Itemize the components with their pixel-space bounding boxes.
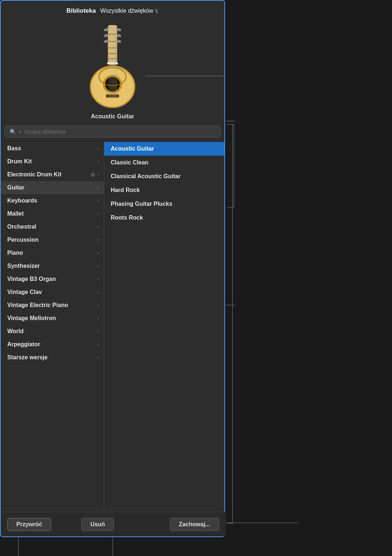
sidebar-item-label-vintage-mellotron: Vintage Mellotron [7, 315, 56, 322]
chevron-right-icon: › [97, 263, 99, 269]
sidebar-item-percussion[interactable]: Percussion› [1, 233, 104, 246]
sidebar-item-label-arpeggiator: Arpeggiator [7, 341, 40, 348]
annotations [226, 0, 255, 537]
sidebar-item-synthesizer[interactable]: Synthesizer› [1, 259, 104, 273]
sort-icon: ⇅ [155, 8, 159, 14]
annotation-line [145, 76, 225, 76]
chevron-right-icon: › [97, 316, 99, 321]
item-right-vintage-mellotron: › [97, 316, 99, 321]
sidebar-item-label-world: World [7, 328, 24, 335]
instrument-item-classical-acoustic-guitar[interactable]: Classical Acoustic Guitar [104, 169, 224, 183]
sidebar-item-label-vintage-electric-piano: Vintage Electric Piano [7, 302, 68, 308]
instrument-item-phasing-guitar-plucks[interactable]: Phasing Guitar Plucks [104, 197, 224, 211]
item-right-vintage-electric-piano: › [97, 303, 99, 308]
sidebar-item-label-percussion: Percussion [7, 237, 38, 243]
item-right-vintage-b3-organ: › [97, 277, 99, 282]
sidebar-item-label-drum-kit: Drum Kit [7, 158, 32, 165]
item-right-drum-kit: › [97, 159, 99, 164]
search-bar[interactable]: 🔍 ∨ [4, 126, 221, 138]
instrument-preview: Acoustic Guitar [1, 20, 224, 126]
main-panel: Biblioteka Wszystkie dźwięków ⇅ [0, 0, 225, 537]
chevron-right-icon: › [97, 290, 99, 295]
svg-point-8 [103, 34, 109, 38]
download-icon[interactable]: ⊙ [91, 172, 95, 177]
chevron-right-icon: › [97, 185, 99, 190]
sidebar-item-label-piano: Piano [7, 250, 23, 256]
item-right-mallet: › [97, 211, 99, 216]
chevron-right-icon: › [97, 250, 99, 255]
sidebar-item-keyboards[interactable]: Keyboards› [1, 194, 104, 207]
item-right-starsze-wersje: › [97, 355, 99, 360]
chevron-right-icon: › [97, 198, 99, 203]
sidebar-item-label-starsze-wersje: Starsze wersje [7, 354, 48, 361]
sidebar-item-starsze-wersje[interactable]: Starsze wersje› [1, 351, 104, 364]
instrument-list: Acoustic GuitarClassic CleanClassical Ac… [104, 142, 224, 523]
instrument-item-classic-clean[interactable]: Classic Clean [104, 156, 224, 169]
sidebar-item-label-bass: Bass [7, 145, 21, 152]
dropdown-label: Wszystkie dźwięków [100, 8, 153, 14]
instrument-item-acoustic-guitar[interactable]: Acoustic Guitar [104, 142, 224, 156]
item-right-bass: › [97, 146, 99, 151]
sidebar-item-vintage-mellotron[interactable]: Vintage Mellotron› [1, 312, 104, 325]
sidebar-item-label-electronic-drum-kit: Electronic Drum Kit [7, 171, 61, 178]
sidebar-item-electronic-drum-kit[interactable]: Electronic Drum Kit⊙› [1, 168, 104, 181]
svg-point-11 [117, 34, 122, 38]
item-right-synthesizer: › [97, 263, 99, 269]
sidebar-item-orchestral[interactable]: Orchestral› [1, 220, 104, 233]
sounds-dropdown[interactable]: Wszystkie dźwięków ⇅ [100, 8, 159, 14]
item-right-world: › [97, 329, 99, 334]
sidebar-item-guitar[interactable]: Guitar› [1, 181, 104, 194]
item-right-guitar: › [97, 185, 99, 190]
item-right-piano: › [97, 250, 99, 255]
svg-point-19 [105, 77, 120, 91]
item-right-percussion: › [97, 237, 99, 242]
sidebar-item-piano[interactable]: Piano› [1, 246, 104, 259]
sidebar-item-label-guitar: Guitar [7, 184, 24, 191]
instrument-item-hard-rock[interactable]: Hard Rock [104, 183, 224, 197]
chevron-right-icon: › [97, 277, 99, 282]
svg-point-10 [117, 28, 122, 32]
sidebar-item-label-synthesizer: Synthesizer [7, 263, 40, 269]
sidebar-item-bass[interactable]: Bass› [1, 142, 104, 155]
sidebar-item-vintage-clav[interactable]: Vintage Clav› [1, 286, 104, 299]
bottom-toolbar: Przywróć Usuń Zachowaj... [1, 512, 226, 536]
chevron-right-icon: › [97, 355, 99, 360]
sidebar-item-label-orchestral: Orchestral [7, 224, 36, 230]
item-right-arpeggiator: › [97, 342, 99, 347]
sidebar-item-vintage-b3-organ[interactable]: Vintage B3 Organ› [1, 273, 104, 286]
chevron-right-icon: › [97, 303, 99, 308]
sidebar-item-mallet[interactable]: Mallet› [1, 207, 104, 220]
item-right-orchestral: › [97, 224, 99, 229]
chevron-right-icon: › [97, 237, 99, 242]
item-right-keyboards: › [97, 198, 99, 203]
sidebar-item-vintage-electric-piano[interactable]: Vintage Electric Piano› [1, 299, 104, 312]
search-chevron-icon: ∨ [19, 130, 21, 134]
sidebar-item-drum-kit[interactable]: Drum Kit› [1, 155, 104, 168]
chevron-right-icon: › [97, 159, 99, 164]
chevron-right-icon: › [97, 224, 99, 229]
header: Biblioteka Wszystkie dźwięków ⇅ [1, 1, 224, 20]
category-list: Bass›Drum Kit›Electronic Drum Kit⊙›Guita… [1, 142, 104, 523]
search-input[interactable] [24, 128, 215, 135]
sidebar-item-arpeggiator[interactable]: Arpeggiator› [1, 338, 104, 351]
sidebar-item-label-vintage-b3-organ: Vintage B3 Organ [7, 276, 56, 282]
svg-point-7 [103, 28, 109, 32]
sidebar-item-world[interactable]: World› [1, 325, 104, 338]
chevron-right-icon: › [97, 172, 99, 177]
annotation-bracket-mid [228, 124, 233, 523]
library-title: Biblioteka [66, 7, 96, 15]
delete-button[interactable]: Usuń [81, 518, 114, 531]
annotation-search-line [226, 121, 235, 121]
sidebar-item-label-mallet: Mallet [7, 210, 24, 217]
save-button[interactable]: Zachowaj... [170, 518, 219, 531]
annotation-save-line [226, 523, 298, 523]
annotation-bottom-left [18, 538, 19, 556]
chevron-right-icon: › [97, 211, 99, 216]
chevron-right-icon: › [97, 329, 99, 334]
instrument-item-roots-rock[interactable]: Roots Rock [104, 211, 224, 225]
sidebar-item-label-keyboards: Keyboards [7, 197, 37, 204]
item-right-vintage-clav: › [97, 290, 99, 295]
guitar-label: Acoustic Guitar [91, 113, 134, 120]
svg-point-9 [103, 40, 109, 44]
restore-button[interactable]: Przywróć [7, 518, 51, 531]
